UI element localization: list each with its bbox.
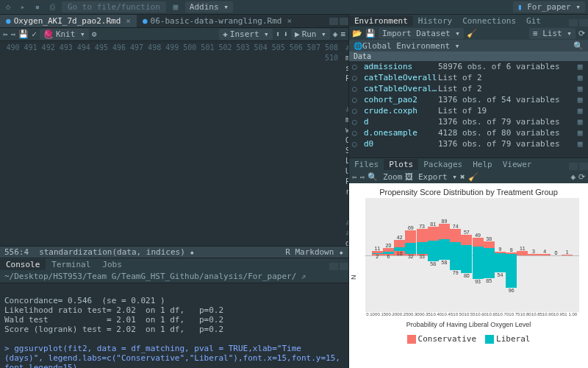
addins-button[interactable]: Addins ▾ (185, 1, 233, 13)
open-icon[interactable]: ▸ (18, 2, 28, 12)
run-button[interactable]: ▶ Run ▾ (291, 29, 330, 40)
prev-plot-icon[interactable]: ⇦ (352, 172, 357, 182)
gear-icon[interactable]: ⚙ (92, 29, 97, 39)
tab-environment[interactable]: Environment (349, 15, 413, 26)
expand-icon[interactable]: ○ (352, 139, 361, 149)
refresh-icon[interactable]: ⟳ (578, 172, 585, 182)
tab-console[interactable]: Console (0, 259, 46, 270)
editor-statusbar: 556:4 standardization(data, indices) ⬥ R… (0, 246, 348, 258)
minimize-icon[interactable] (329, 263, 338, 270)
file-type[interactable]: R Markdown ⬥ (285, 247, 344, 257)
env-row[interactable]: ○admissions58976 obs. of 6 variables▦ (349, 61, 588, 72)
console-output[interactable]: Concordance= 0.546 (se = 0.021 ) Likelih… (0, 283, 348, 368)
expand-icon[interactable]: ○ (352, 117, 361, 127)
plot-toolbar: ⇦ ⇨ 🔍 Zoom 🖼 Export ▾ ✖ 🧹 ◈ ⟳ (349, 170, 588, 183)
back-icon[interactable]: ⇦ (3, 29, 8, 39)
publish-icon[interactable]: ◈ (570, 172, 576, 182)
tab-viewer[interactable]: Viewer (498, 159, 537, 170)
print-icon[interactable]: ⎙ (47, 2, 57, 12)
up-icon[interactable]: ⬆ (276, 29, 281, 39)
expand-icon[interactable]: ○ (352, 62, 361, 71)
view-table-icon[interactable]: ▦ (575, 117, 585, 127)
spellcheck-icon[interactable]: ✓ (32, 29, 37, 39)
view-table-icon[interactable]: ▦ (575, 106, 585, 116)
list-button[interactable]: ≡ List ▾ (529, 28, 576, 39)
env-row[interactable]: ○crude.coxphList of 19▦ (349, 105, 588, 116)
search-icon[interactable]: 🔍 (573, 41, 584, 51)
zoom-button[interactable]: 🔍 Zoom (368, 172, 402, 182)
view-table-icon[interactable]: ▦ (575, 62, 585, 71)
export-button[interactable]: 🖼 Export ▾ (405, 172, 457, 182)
maximize-icon[interactable] (579, 19, 588, 26)
env-row[interactable]: ○d01376 obs. of 79 variables▦ (349, 138, 588, 149)
tab-jobs[interactable]: Jobs (96, 259, 128, 270)
close-icon[interactable]: × (287, 16, 292, 26)
goto-input[interactable]: Go to file/function (62, 1, 166, 13)
load-icon[interactable]: 📂 (352, 29, 362, 38)
x-axis-label: Probability of Having Liberal Oxygen Lev… (349, 319, 588, 330)
view-table-icon[interactable]: ▦ (575, 95, 585, 105)
maximize-icon[interactable] (340, 263, 348, 270)
new-file-icon[interactable]: ◇ (3, 2, 13, 12)
expand-icon[interactable]: ○ (352, 95, 361, 105)
tab-help[interactable]: Help (467, 159, 498, 170)
tab-packages[interactable]: Packages (418, 159, 467, 170)
env-section-header: Data (349, 52, 588, 61)
view-table-icon[interactable]: ▦ (575, 139, 585, 149)
env-list: ○admissions58976 obs. of 6 variables▦○ca… (349, 61, 588, 158)
view-table-icon[interactable]: ▦ (575, 128, 585, 138)
tab-files[interactable]: Files (349, 159, 384, 170)
clear-plots-icon[interactable]: 🧹 (468, 172, 478, 182)
tab-plots[interactable]: Plots (384, 159, 418, 170)
minimize-icon[interactable] (569, 19, 578, 26)
minimize-icon[interactable] (569, 163, 578, 170)
env-row[interactable]: ○d.onesample4128 obs. of 80 variables▦ (349, 127, 588, 138)
tab-git[interactable]: Git (521, 15, 546, 26)
insert-button[interactable]: ✚ Insert ▾ (219, 29, 273, 40)
main-toolbar: ◇ ▸ ▪ ⎙ Go to file/function ▦ Addins ▾ ▮… (0, 0, 588, 15)
env-row[interactable]: ○catTableOveral…List of 2▦ (349, 83, 588, 94)
legend-swatch-conservative (407, 335, 416, 344)
close-icon[interactable]: × (126, 16, 131, 26)
refresh-icon[interactable]: ⟳ (578, 29, 585, 38)
view-table-icon[interactable]: ▦ (575, 84, 585, 93)
tab-file-1[interactable]: ●Oxygen_AKI_7d_pao2.Rmd× (0, 15, 137, 27)
minimize-icon[interactable] (329, 18, 338, 25)
save-icon[interactable]: ▪ (32, 2, 43, 12)
forward-icon[interactable]: ⇨ (11, 29, 16, 39)
publish-icon[interactable]: ◈ (333, 29, 338, 39)
console-path: ~/Desktop/HST953/Team G/TeamG_HST_Github… (0, 270, 348, 283)
tab-terminal[interactable]: Terminal (46, 259, 96, 270)
save-icon[interactable]: 💾 (18, 29, 29, 39)
expand-icon[interactable]: ○ (352, 73, 361, 82)
grid-icon[interactable]: ▦ (171, 2, 181, 12)
maximize-icon[interactable] (340, 18, 348, 25)
project-menu[interactable]: ▮ For_paper ▾ (513, 1, 585, 13)
tab-connections[interactable]: Connections (457, 15, 521, 26)
legend-swatch-liberal (485, 335, 494, 344)
editor-toolbar: ⇦ ⇨ 💾 ✓ 🧶 Knit ▾ ⚙ ✚ Insert ▾ ⬆ ⬇ ▶ Run … (0, 28, 348, 41)
env-row[interactable]: ○d1376 obs. of 79 variables▦ (349, 116, 588, 127)
env-scope[interactable]: 🌐 Global Environment ▾🔍 (349, 40, 588, 52)
tab-file-2[interactable]: ●06-basic-data-wrangling.Rmd× (137, 15, 298, 27)
tab-history[interactable]: History (413, 15, 457, 26)
import-button[interactable]: Import Dataset ▾ (379, 28, 464, 39)
broom-icon[interactable]: 🧹 (467, 29, 477, 38)
env-row[interactable]: ○cohort_pao21376 obs. of 54 variables▦ (349, 94, 588, 105)
save-icon[interactable]: 💾 (365, 29, 376, 38)
knit-button[interactable]: 🧶 Knit ▾ (40, 29, 89, 40)
expand-icon[interactable]: ○ (352, 106, 361, 116)
popout-icon[interactable]: ⇗ (301, 272, 306, 281)
chunk-label[interactable]: standardization(data, indices) ⬥ (35, 247, 199, 257)
expand-icon[interactable]: ○ (352, 84, 361, 93)
code-editor[interactable]: 490 491 492 493 494 495 496 497 498 499 … (0, 41, 348, 246)
next-plot-icon[interactable]: ⇨ (360, 172, 365, 182)
down-icon[interactable]: ⬇ (283, 29, 288, 39)
outline-icon[interactable]: ≡ (340, 29, 345, 39)
env-row[interactable]: ○catTableOverallList of 2▦ (349, 72, 588, 83)
plot-canvas: Propensity Score Distribution by Treatme… (349, 183, 588, 368)
view-table-icon[interactable]: ▦ (575, 73, 585, 82)
expand-icon[interactable]: ○ (352, 128, 361, 138)
remove-plot-icon[interactable]: ✖ (460, 172, 465, 182)
maximize-icon[interactable] (579, 163, 588, 170)
